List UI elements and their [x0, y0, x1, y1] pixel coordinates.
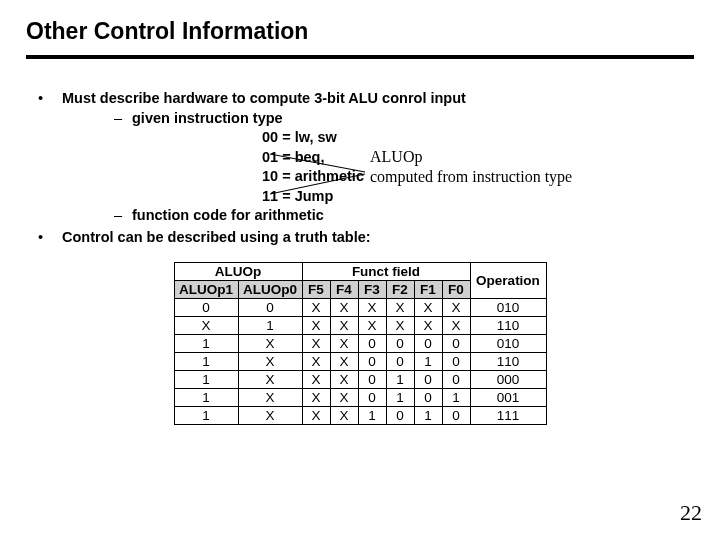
table-cell: 001 — [470, 388, 546, 406]
table-cell: X — [358, 316, 386, 334]
annotation-box: ALUOp computed from instruction type — [370, 147, 572, 187]
table-cell: 1 — [414, 406, 442, 424]
bullet-1-1-text: given instruction type — [132, 110, 283, 126]
table-cell: X — [330, 316, 358, 334]
table-cell: 1 — [386, 370, 414, 388]
table-cell: 1 — [174, 370, 238, 388]
table-cell: 110 — [470, 316, 546, 334]
table-row: 1XXX0000010 — [174, 334, 546, 352]
svg-line-0 — [270, 154, 365, 172]
th-col-6: F1 — [414, 280, 442, 298]
table-cell: X — [174, 316, 238, 334]
table-cell: X — [302, 352, 330, 370]
table-cell: X — [238, 388, 302, 406]
table-cell: X — [302, 298, 330, 316]
table-body: 00XXXXXX010X1XXXXXX1101XXX00000101XXX001… — [174, 298, 546, 424]
table-row: 1XXX0010110 — [174, 352, 546, 370]
annotation-line-2: computed from instruction type — [370, 167, 572, 187]
table-cell: X — [414, 316, 442, 334]
table-cell: 1 — [414, 352, 442, 370]
table-cell: X — [302, 388, 330, 406]
annotation-line-1: ALUOp — [370, 147, 572, 167]
table-cell: 0 — [386, 352, 414, 370]
bullet-1-2: function code for arithmetic — [62, 206, 694, 226]
th-group-operation: Operation — [470, 262, 546, 298]
table-cell: 1 — [386, 388, 414, 406]
table-cell: 1 — [442, 388, 470, 406]
table-cell: 0 — [358, 388, 386, 406]
table-cell: X — [386, 298, 414, 316]
table-cell: 0 — [442, 352, 470, 370]
table-row: 1XXX1010111 — [174, 406, 546, 424]
table-cell: 0 — [442, 406, 470, 424]
table-cell: 010 — [470, 334, 546, 352]
table-cell: 1 — [174, 406, 238, 424]
bullet-2: Control can be described using a truth t… — [26, 228, 694, 248]
table-cell: 1 — [174, 334, 238, 352]
th-col-0: ALUOp1 — [174, 280, 238, 298]
table-cell: 1 — [238, 316, 302, 334]
bullet-2-text: Control can be described using a truth t… — [62, 229, 371, 245]
table-cell: X — [330, 370, 358, 388]
table-cell: X — [302, 316, 330, 334]
table-cell: 0 — [386, 406, 414, 424]
bullet-1-text: Must describe hardware to compute 3-bit … — [62, 90, 466, 106]
truth-table: ALUOp Funct field Operation ALUOp1 ALUOp… — [174, 262, 547, 425]
table-cell: X — [330, 298, 358, 316]
table-cell: X — [442, 298, 470, 316]
table-cell: 1 — [174, 388, 238, 406]
th-col-1: ALUOp0 — [238, 280, 302, 298]
table-row: 00XXXXXX010 — [174, 298, 546, 316]
table-cell: 111 — [470, 406, 546, 424]
table-cell: 1 — [174, 352, 238, 370]
table-row: X1XXXXXX110 — [174, 316, 546, 334]
truth-table-wrap: ALUOp Funct field Operation ALUOp1 ALUOp… — [26, 262, 694, 425]
bullet-1-2-text: function code for arithmetic — [132, 207, 324, 223]
th-col-4: F3 — [358, 280, 386, 298]
th-group-funct: Funct field — [302, 262, 470, 280]
table-cell: X — [330, 334, 358, 352]
table-cell: X — [302, 334, 330, 352]
table-cell: X — [302, 370, 330, 388]
table-cell: 000 — [470, 370, 546, 388]
th-col-5: F2 — [386, 280, 414, 298]
table-cell: X — [330, 388, 358, 406]
table-cell: X — [442, 316, 470, 334]
table-cell: 0 — [414, 370, 442, 388]
table-cell: X — [238, 334, 302, 352]
table-cell: 0 — [414, 334, 442, 352]
code-line-3: 11 = Jump — [132, 187, 694, 207]
table-cell: 010 — [470, 298, 546, 316]
table-cell: 0 — [414, 388, 442, 406]
table-cell: 0 — [358, 370, 386, 388]
table-row: 1XXX0101001 — [174, 388, 546, 406]
slide-title: Other Control Information — [26, 18, 694, 45]
th-col-3: F4 — [330, 280, 358, 298]
table-cell: X — [238, 370, 302, 388]
table-cell: X — [238, 352, 302, 370]
svg-line-1 — [270, 174, 365, 194]
th-col-7: F0 — [442, 280, 470, 298]
table-cell: X — [238, 406, 302, 424]
table-cell: 0 — [358, 352, 386, 370]
table-cell: X — [414, 298, 442, 316]
th-group-aluop: ALUOp — [174, 262, 302, 280]
title-rule — [26, 55, 694, 59]
table-cell: 110 — [470, 352, 546, 370]
table-cell: 0 — [238, 298, 302, 316]
table-cell: 0 — [174, 298, 238, 316]
table-cell: X — [302, 406, 330, 424]
table-cell: 0 — [442, 370, 470, 388]
table-cell: X — [330, 406, 358, 424]
code-line-0: 00 = lw, sw — [132, 128, 694, 148]
table-row: 1XXX0100000 — [174, 370, 546, 388]
table-cell: X — [386, 316, 414, 334]
table-cell: X — [358, 298, 386, 316]
table-cell: 0 — [442, 334, 470, 352]
arrow-group-icon — [270, 150, 370, 200]
table-cell: 0 — [386, 334, 414, 352]
table-header-group-row: ALUOp Funct field Operation — [174, 262, 546, 280]
th-col-2: F5 — [302, 280, 330, 298]
page-number: 22 — [680, 500, 702, 526]
table-cell: 0 — [358, 334, 386, 352]
